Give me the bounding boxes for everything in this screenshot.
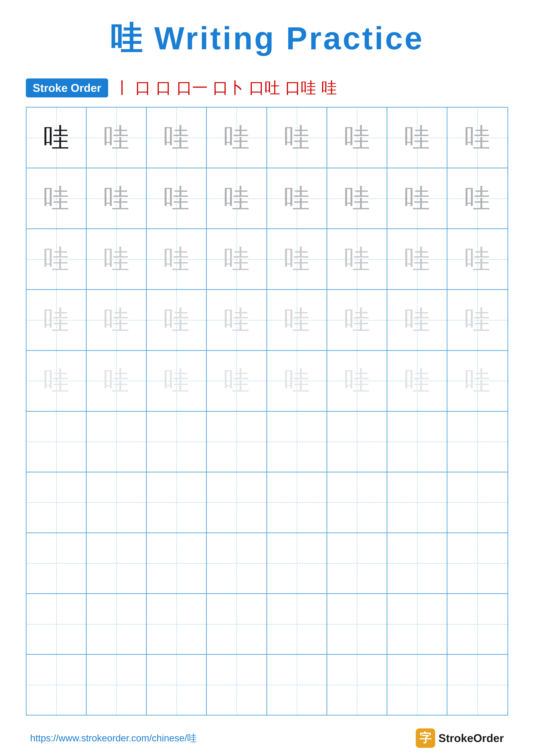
grid-cell[interactable] [267, 472, 327, 532]
grid-cell[interactable] [87, 472, 147, 532]
grid-cell[interactable]: 哇 [447, 351, 507, 411]
grid-cell[interactable] [327, 412, 387, 472]
grid-cell[interactable]: 哇 [147, 351, 207, 411]
grid-cell[interactable] [207, 412, 267, 472]
grid-cell[interactable]: 哇 [87, 351, 147, 411]
practice-char: 哇 [103, 368, 129, 394]
grid-cell[interactable]: 哇 [87, 168, 147, 229]
grid-cell[interactable]: 哇 [447, 108, 507, 168]
grid-cell[interactable] [87, 533, 147, 593]
grid-cell[interactable] [327, 655, 387, 715]
grid-cell[interactable] [147, 472, 207, 532]
grid-cell[interactable]: 哇 [267, 290, 327, 350]
grid-row-1: 哇 哇 哇 哇 哇 哇 哇 哇 [27, 108, 507, 168]
page: 哇 Writing Practice Stroke Order 丨 口 口 口一… [0, 0, 534, 756]
grid-cell[interactable] [207, 533, 267, 593]
practice-char: 哇 [284, 125, 310, 150]
grid-cell[interactable] [267, 533, 327, 593]
grid-cell[interactable]: 哇 [27, 290, 87, 350]
grid-cell[interactable] [327, 594, 387, 654]
grid-cell[interactable] [447, 655, 507, 715]
grid-cell[interactable] [87, 594, 147, 654]
page-title: 哇 Writing Practice [110, 17, 424, 60]
grid-cell[interactable]: 哇 [387, 229, 447, 289]
grid-cell[interactable] [267, 594, 327, 654]
grid-cell[interactable]: 哇 [267, 168, 327, 229]
practice-char: 哇 [43, 186, 69, 211]
grid-cell[interactable] [267, 655, 327, 715]
grid-cell[interactable]: 哇 [207, 108, 267, 168]
grid-cell[interactable]: 哇 [447, 229, 507, 289]
grid-cell[interactable]: 哇 [267, 108, 327, 168]
grid-row-6 [27, 412, 507, 472]
grid-cell[interactable]: 哇 [147, 290, 207, 350]
grid-cell[interactable]: 哇 [27, 351, 87, 411]
grid-cell[interactable] [447, 412, 507, 472]
grid-cell[interactable]: 哇 [387, 290, 447, 350]
grid-row-5: 哇 哇 哇 哇 哇 哇 哇 哇 [27, 351, 507, 412]
grid-row-4: 哇 哇 哇 哇 哇 哇 哇 哇 [27, 290, 507, 351]
grid-cell[interactable]: 哇 [207, 229, 267, 289]
grid-cell[interactable] [387, 472, 447, 532]
grid-cell[interactable] [87, 412, 147, 472]
grid-cell[interactable]: 哇 [327, 229, 387, 289]
grid-cell[interactable] [447, 472, 507, 532]
practice-char: 哇 [224, 246, 249, 272]
grid-cell[interactable]: 哇 [327, 168, 387, 229]
grid-cell[interactable] [207, 594, 267, 654]
practice-char: 哇 [284, 307, 310, 333]
grid-cell[interactable] [447, 533, 507, 593]
grid-cell[interactable]: 哇 [327, 290, 387, 350]
grid-cell[interactable]: 哇 [327, 351, 387, 411]
grid-cell[interactable]: 哇 [327, 108, 387, 168]
grid-cell[interactable] [327, 472, 387, 532]
grid-cell[interactable]: 哇 [27, 229, 87, 289]
grid-cell[interactable] [27, 655, 87, 715]
grid-cell[interactable]: 哇 [147, 108, 207, 168]
practice-char: 哇 [103, 125, 129, 150]
practice-char: 哇 [465, 307, 490, 333]
grid-row-3: 哇 哇 哇 哇 哇 哇 哇 哇 [27, 229, 507, 290]
grid-cell[interactable]: 哇 [87, 229, 147, 289]
grid-cell[interactable]: 哇 [267, 229, 327, 289]
practice-char: 哇 [164, 246, 189, 272]
grid-cell[interactable] [27, 472, 87, 532]
title-char: 哇 Writing Practice [110, 20, 424, 56]
grid-cell[interactable] [387, 655, 447, 715]
grid-cell[interactable] [27, 412, 87, 472]
grid-cell[interactable] [27, 594, 87, 654]
practice-char: 哇 [465, 246, 490, 272]
grid-cell[interactable]: 哇 [27, 168, 87, 229]
grid-cell[interactable] [87, 655, 147, 715]
grid-cell[interactable]: 哇 [387, 108, 447, 168]
grid-cell[interactable]: 哇 [147, 168, 207, 229]
stroke-step-2: 口 [135, 78, 151, 98]
grid-cell[interactable]: 哇 [207, 290, 267, 350]
grid-cell[interactable]: 哇 [207, 351, 267, 411]
grid-cell[interactable]: 哇 [387, 351, 447, 411]
grid-cell[interactable]: 哇 [447, 168, 507, 229]
grid-cell[interactable]: 哇 [147, 229, 207, 289]
grid-cell[interactable] [147, 594, 207, 654]
grid-cell[interactable]: 哇 [27, 108, 87, 168]
grid-cell[interactable] [207, 655, 267, 715]
grid-cell[interactable]: 哇 [267, 351, 327, 411]
grid-cell[interactable] [147, 412, 207, 472]
grid-cell[interactable]: 哇 [87, 108, 147, 168]
practice-char: 哇 [465, 368, 490, 394]
grid-cell[interactable] [387, 412, 447, 472]
grid-cell[interactable] [327, 533, 387, 593]
grid-cell[interactable] [207, 472, 267, 532]
grid-cell[interactable]: 哇 [447, 290, 507, 350]
grid-cell[interactable]: 哇 [387, 168, 447, 229]
grid-cell[interactable] [147, 533, 207, 593]
grid-cell[interactable] [27, 533, 87, 593]
grid-cell[interactable] [387, 533, 447, 593]
grid-cell[interactable] [447, 594, 507, 654]
grid-cell[interactable] [387, 594, 447, 654]
grid-cell[interactable] [147, 655, 207, 715]
grid-cell[interactable]: 哇 [207, 168, 267, 229]
grid-cell[interactable] [267, 412, 327, 472]
footer-url[interactable]: https://www.strokeorder.com/chinese/哇 [30, 732, 197, 744]
grid-cell[interactable]: 哇 [87, 290, 147, 350]
